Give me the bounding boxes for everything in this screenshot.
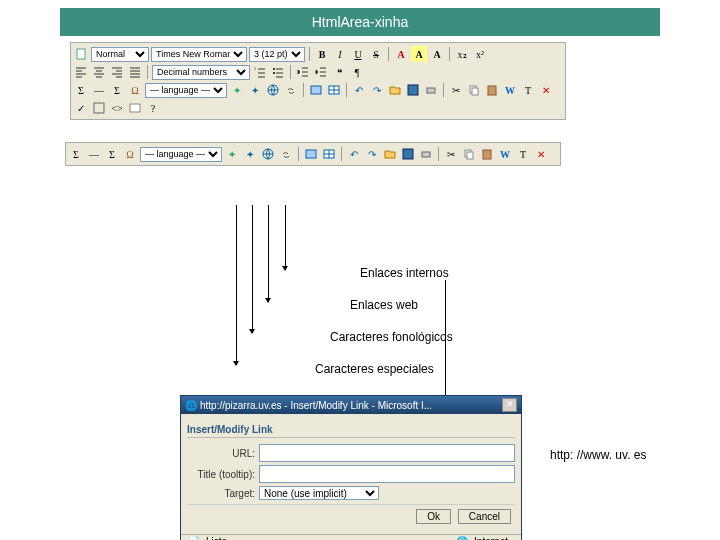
font-color-button[interactable]: A bbox=[393, 46, 409, 62]
underline-button[interactable]: U bbox=[350, 46, 366, 62]
sigma-icon[interactable]: Σ bbox=[73, 82, 89, 98]
ok-button[interactable]: Ok bbox=[416, 509, 451, 524]
internal-link-button[interactable] bbox=[283, 82, 299, 98]
separator bbox=[147, 65, 148, 79]
minus-icon[interactable]: — bbox=[91, 82, 107, 98]
svg-rect-12 bbox=[94, 103, 104, 113]
cut-button[interactable]: ✂ bbox=[448, 82, 464, 98]
redo-button[interactable]: ↷ bbox=[364, 146, 380, 162]
table-button[interactable] bbox=[326, 82, 342, 98]
save-button[interactable] bbox=[405, 82, 421, 98]
target-select[interactable]: None (use implicit) bbox=[259, 486, 379, 500]
table-button[interactable] bbox=[321, 146, 337, 162]
sigma-icon[interactable]: Σ bbox=[68, 146, 84, 162]
align-center-button[interactable] bbox=[91, 64, 107, 80]
undo-button[interactable]: ↶ bbox=[346, 146, 362, 162]
url-note: http: //www. uv. es bbox=[550, 448, 646, 462]
sigma2-icon[interactable]: Σ bbox=[109, 82, 125, 98]
source-button[interactable]: <> bbox=[109, 100, 125, 116]
omega-icon[interactable]: Ω bbox=[127, 82, 143, 98]
special-char-button[interactable]: ✦ bbox=[229, 82, 245, 98]
language-select[interactable]: — language — bbox=[145, 83, 227, 98]
sub-toolbar: Σ — Σ Ω — language — ✦ ✦ ↶ ↷ ✂ W T ✕ bbox=[65, 142, 561, 166]
align-justify-button[interactable] bbox=[127, 64, 143, 80]
cancel-button[interactable]: Cancel bbox=[458, 509, 511, 524]
strike-button[interactable]: S bbox=[368, 46, 384, 62]
status-bar: 📄 Listo 🌐 Internet bbox=[181, 534, 521, 540]
image-button[interactable] bbox=[308, 82, 324, 98]
svg-rect-7 bbox=[408, 85, 418, 95]
clear-format-button[interactable]: ✕ bbox=[538, 82, 554, 98]
unordered-list-button[interactable] bbox=[270, 64, 286, 80]
separator bbox=[309, 47, 310, 61]
svg-rect-18 bbox=[422, 152, 430, 157]
phono-char-button[interactable]: ✦ bbox=[247, 82, 263, 98]
cut-button[interactable]: ✂ bbox=[443, 146, 459, 162]
new-doc-icon[interactable] bbox=[73, 46, 89, 62]
copy-button[interactable] bbox=[461, 146, 477, 162]
target-label: Target: bbox=[187, 488, 255, 499]
font-select[interactable]: Times New Roman bbox=[151, 47, 247, 62]
outdent-button[interactable] bbox=[295, 64, 311, 80]
close-button[interactable]: ✕ bbox=[502, 398, 517, 412]
spellcheck-button[interactable]: ✓ bbox=[73, 100, 89, 116]
bold-button[interactable]: B bbox=[314, 46, 330, 62]
image-button[interactable] bbox=[303, 146, 319, 162]
sigma2-icon[interactable]: Σ bbox=[104, 146, 120, 162]
indent-button[interactable] bbox=[313, 64, 329, 80]
toolbar-row-2: Decimal numbers 1 ❝ ¶ bbox=[73, 63, 563, 81]
phono-char-button[interactable]: ✦ bbox=[242, 146, 258, 162]
language-select[interactable]: — language — bbox=[140, 147, 222, 162]
minus-icon[interactable]: — bbox=[86, 146, 102, 162]
ordered-list-button[interactable]: 1 bbox=[252, 64, 268, 80]
paste-word-button[interactable]: W bbox=[502, 82, 518, 98]
toolbar-row-1: Normal Times New Roman 3 (12 pt) B I U S… bbox=[73, 45, 563, 63]
svg-rect-21 bbox=[483, 150, 491, 159]
align-left-button[interactable] bbox=[73, 64, 89, 80]
dialog-title-text: http://pizarra.uv.es - Insert/Modify Lin… bbox=[200, 400, 499, 411]
fullscreen-button[interactable] bbox=[91, 100, 107, 116]
copy-button[interactable] bbox=[466, 82, 482, 98]
url-input[interactable] bbox=[259, 444, 515, 462]
paragraph-button[interactable]: ¶ bbox=[349, 64, 365, 80]
paste-text-button[interactable]: T bbox=[520, 82, 536, 98]
label-phono: Caracteres fonológicos bbox=[330, 330, 453, 344]
folder-button[interactable] bbox=[387, 82, 403, 98]
link-dialog: 🌐 http://pizarra.uv.es - Insert/Modify L… bbox=[180, 395, 522, 540]
svg-rect-11 bbox=[488, 86, 496, 95]
paste-text-button[interactable]: T bbox=[515, 146, 531, 162]
text-color-button[interactable]: A bbox=[429, 46, 445, 62]
special-char-button[interactable]: ✦ bbox=[224, 146, 240, 162]
web-link-button[interactable] bbox=[260, 146, 276, 162]
print-button[interactable] bbox=[423, 82, 439, 98]
save-button[interactable] bbox=[400, 146, 416, 162]
clear-format-button[interactable]: ✕ bbox=[533, 146, 549, 162]
size-select[interactable]: 3 (12 pt) bbox=[249, 47, 305, 62]
list-style-select[interactable]: Decimal numbers bbox=[152, 65, 250, 80]
omega-icon[interactable]: Ω bbox=[122, 146, 138, 162]
redo-button[interactable]: ↷ bbox=[369, 82, 385, 98]
web-link-button[interactable] bbox=[265, 82, 281, 98]
paste-button[interactable] bbox=[484, 82, 500, 98]
superscript-button[interactable]: x² bbox=[472, 46, 488, 62]
paste-word-button[interactable]: W bbox=[497, 146, 513, 162]
internal-link-button[interactable] bbox=[278, 146, 294, 162]
align-right-button[interactable] bbox=[109, 64, 125, 80]
svg-rect-5 bbox=[311, 86, 321, 94]
undo-button[interactable]: ↶ bbox=[351, 82, 367, 98]
title-bar: HtmlArea-xinha bbox=[60, 8, 660, 36]
preview-button[interactable] bbox=[127, 100, 143, 116]
blockquote-button[interactable]: ❝ bbox=[331, 64, 347, 80]
dialog-body: Insert/Modify Link URL: Title (tooltip):… bbox=[181, 414, 521, 534]
bg-color-button[interactable]: A bbox=[411, 46, 427, 62]
print-button[interactable] bbox=[418, 146, 434, 162]
folder-button[interactable] bbox=[382, 146, 398, 162]
help-button[interactable]: ? bbox=[145, 100, 161, 116]
url-label: URL: bbox=[187, 448, 255, 459]
format-select[interactable]: Normal bbox=[91, 47, 149, 62]
paste-button[interactable] bbox=[479, 146, 495, 162]
italic-button[interactable]: I bbox=[332, 46, 348, 62]
title-input[interactable] bbox=[259, 465, 515, 483]
subscript-button[interactable]: x₂ bbox=[454, 46, 470, 62]
svg-rect-10 bbox=[472, 88, 478, 95]
